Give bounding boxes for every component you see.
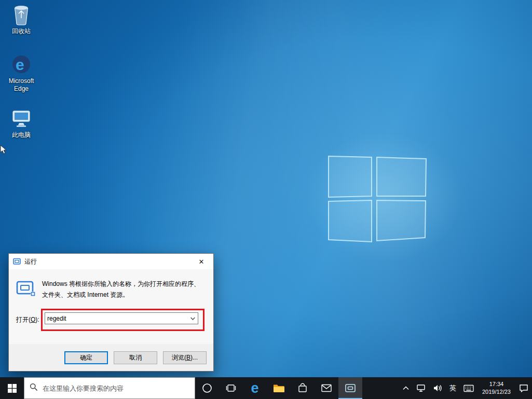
desktop-icon-label: 回收站 [1, 27, 42, 35]
speaker-icon [433, 384, 442, 392]
cancel-button[interactable]: 取消 [114, 351, 157, 364]
clock-date: 2019/12/23 [482, 388, 511, 396]
touch-keyboard-button[interactable] [460, 377, 478, 399]
ime-language-indicator[interactable]: 英 [446, 377, 460, 399]
task-view-icon [226, 383, 236, 393]
network-icon [416, 384, 426, 392]
windows-logo-glow [306, 132, 462, 262]
browse-label-accesskey: B [186, 354, 190, 361]
desktop-icon-recycle-bin[interactable]: 回收站 [1, 4, 42, 35]
close-icon[interactable]: ✕ [189, 254, 213, 269]
search-input[interactable] [43, 384, 189, 392]
open-combobox[interactable] [45, 312, 198, 324]
desktop-icon-label: Microsoft Edge [1, 77, 42, 93]
run-dialog-description: Windows 将根据你所输入的名称，为你打开相应的程序、 文件夹、文档或 In… [37, 279, 200, 300]
network-status-button[interactable] [413, 377, 429, 399]
edge-icon: e [251, 381, 258, 395]
search-icon [30, 383, 38, 393]
browse-button[interactable]: 浏览(B)... [163, 351, 207, 364]
volume-button[interactable] [429, 377, 446, 399]
taskbar-run-button[interactable] [338, 377, 362, 399]
mouse-cursor [0, 145, 7, 157]
desktop: 回收站 e Microsoft Edge 此电脑 [0, 0, 532, 399]
system-tray: 英 17:34 2019/12/23 [399, 377, 532, 399]
folder-icon [273, 383, 284, 393]
chevron-down-icon[interactable] [188, 313, 198, 324]
run-window-icon [345, 383, 356, 393]
taskbar-search[interactable] [24, 377, 195, 399]
desktop-icon-microsoft-edge[interactable]: e Microsoft Edge [1, 54, 42, 93]
run-dialog: 运行 ✕ Windows 将根据你所输入的名称，为你打开相应的程序、 文件夹、文… [8, 253, 214, 372]
run-dialog-body: Windows 将根据你所输入的名称，为你打开相应的程序、 文件夹、文档或 In… [9, 269, 213, 344]
cortana-button[interactable] [195, 377, 219, 399]
clock-time: 17:34 [489, 380, 504, 388]
taskbar-edge-button[interactable]: e [243, 377, 267, 399]
tray-overflow-button[interactable] [399, 377, 413, 399]
file-explorer-button[interactable] [267, 377, 291, 399]
open-field-label: 打开(O): [16, 309, 41, 324]
notification-icon [519, 384, 528, 392]
description-line-2: 文件夹、文档或 Internet 资源。 [42, 290, 200, 300]
recycle-bin-icon [1, 4, 42, 26]
desktop-icon-label: 此电脑 [1, 131, 42, 139]
browse-label-pre: 浏览( [172, 354, 186, 361]
open-label-pre: 打开( [16, 316, 31, 323]
ok-button[interactable]: 确定 [64, 351, 108, 364]
microsoft-store-button[interactable] [291, 377, 315, 399]
description-line-1: Windows 将根据你所输入的名称，为你打开相应的程序、 [42, 279, 200, 290]
browse-label-post: )... [190, 354, 198, 361]
desktop-icon-this-pc[interactable]: 此电脑 [1, 108, 42, 139]
run-dialog-button-strip: 确定 取消 浏览(B)... [9, 344, 213, 371]
cortana-icon [202, 383, 212, 393]
open-input[interactable] [45, 313, 188, 324]
taskbar-clock[interactable]: 17:34 2019/12/23 [478, 377, 515, 399]
start-button[interactable] [0, 377, 24, 399]
run-dialog-titlebar[interactable]: 运行 ✕ [9, 254, 213, 269]
action-center-button[interactable] [515, 377, 532, 399]
task-view-button[interactable] [219, 377, 243, 399]
svg-text:e: e [16, 56, 24, 73]
chevron-up-icon [403, 386, 409, 390]
edge-icon: e [1, 54, 42, 76]
open-label-accesskey: O [31, 316, 35, 323]
store-icon [298, 383, 307, 393]
run-app-icon [16, 279, 37, 300]
mail-icon [321, 384, 332, 392]
run-dialog-title: 运行 [24, 257, 37, 266]
this-pc-icon [1, 108, 42, 130]
taskbar: e [0, 377, 532, 399]
run-window-icon [13, 257, 21, 266]
open-label-post: ): [35, 316, 39, 323]
keyboard-icon [463, 384, 474, 392]
windows-start-icon [8, 384, 17, 393]
mail-button[interactable] [315, 377, 338, 399]
red-highlight-annotation [41, 309, 204, 331]
